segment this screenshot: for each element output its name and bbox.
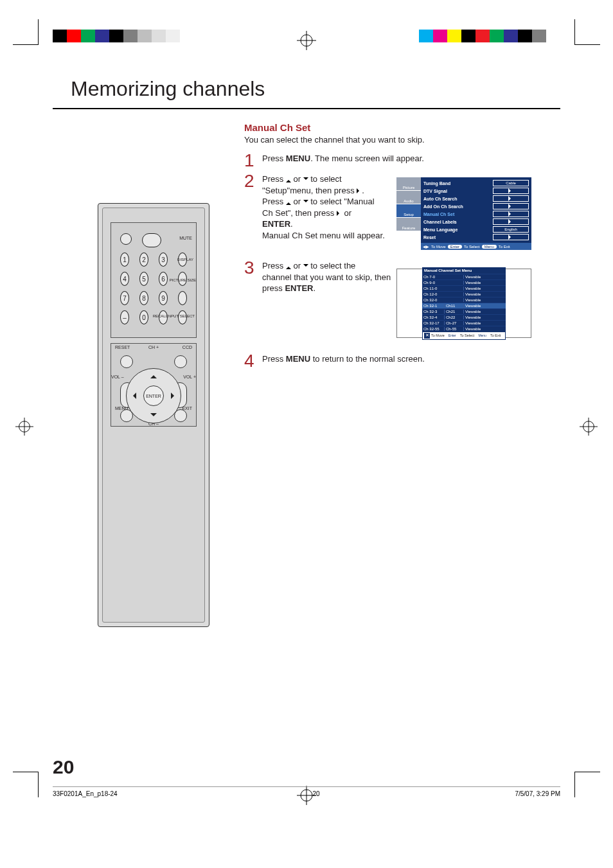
key-3[interactable]: 3 bbox=[159, 252, 168, 267]
osd-row-label: Channel Labels bbox=[423, 220, 493, 224]
color-swatch bbox=[152, 30, 166, 42]
step-text: channel that you want to skip, then pres… bbox=[262, 272, 391, 294]
osd-manual-footer: ✕ To Move Enter To Select Menu To Exit bbox=[422, 332, 506, 340]
osd-setup-row[interactable]: Reset bbox=[423, 233, 529, 241]
osd-manual-row[interactable]: Ch 11-0Viewable bbox=[422, 285, 506, 291]
color-swatch bbox=[532, 30, 546, 42]
step-number: 2 bbox=[244, 171, 254, 191]
crop-mark bbox=[574, 772, 600, 797]
key-6[interactable]: 6 bbox=[159, 272, 168, 286]
step-text: or bbox=[291, 261, 303, 270]
sleep-button[interactable] bbox=[142, 233, 161, 247]
key-8[interactable]: 8 bbox=[139, 291, 148, 305]
osd-row-value bbox=[493, 211, 529, 217]
osd-manual-menu: Manual Channel Set Menu Ch 7-0ViewableCh… bbox=[422, 267, 506, 340]
label-vol-minus: VOL – bbox=[111, 375, 124, 379]
key-1[interactable]: 1 bbox=[120, 252, 129, 267]
osd-manual-row[interactable]: Ch 32-0Viewable bbox=[422, 297, 506, 303]
osd-tab-picture[interactable]: Picture bbox=[396, 177, 421, 190]
key-7[interactable]: 7 bbox=[120, 291, 129, 305]
key-enter: ENTER bbox=[262, 219, 290, 229]
ccd-button[interactable] bbox=[174, 355, 187, 368]
key-enter: ENTER bbox=[285, 283, 313, 293]
picture-size-button[interactable] bbox=[178, 291, 187, 305]
step-text: Manual Ch Set menu will appear. bbox=[262, 231, 385, 240]
osd-manual-row[interactable]: Ch 7-0Viewable bbox=[422, 274, 506, 279]
osd-manual-row[interactable]: Ch 32-3Ch21Viewable bbox=[422, 308, 506, 314]
enter-button[interactable]: ENTER bbox=[143, 385, 164, 406]
osd-setup-row[interactable]: Tuning BandCable bbox=[423, 179, 529, 187]
step-text: to select bbox=[308, 174, 342, 184]
footer-rule bbox=[53, 786, 560, 787]
osd-row-value: English bbox=[493, 226, 529, 233]
hint-enter-pill: Enter bbox=[448, 245, 462, 249]
osd-setup-row[interactable]: DTV Signal bbox=[423, 187, 529, 195]
key-2[interactable]: 2 bbox=[139, 252, 148, 267]
key-dash[interactable]: – bbox=[120, 310, 129, 324]
color-swatch bbox=[546, 30, 560, 42]
color-swatch bbox=[123, 30, 138, 42]
osd-tab-audio[interactable]: Audio bbox=[396, 191, 421, 204]
power-button[interactable] bbox=[120, 233, 132, 245]
label-vol-plus: VOL + bbox=[183, 375, 196, 379]
footer-date: 7/5/07, 3:29 PM bbox=[515, 790, 560, 797]
crop-mark bbox=[13, 772, 39, 797]
key-4[interactable]: 4 bbox=[120, 272, 129, 286]
step-4: 4 Press MENU to return to the normal scr… bbox=[244, 353, 425, 365]
step-text: Press bbox=[262, 154, 286, 163]
step-text: or bbox=[291, 174, 303, 184]
osd-tab-feature[interactable]: Feature bbox=[396, 218, 421, 231]
step-number: 1 bbox=[244, 150, 254, 171]
label-input-select: INPUT SELECT bbox=[167, 314, 195, 318]
reset-button[interactable] bbox=[120, 355, 133, 368]
osd-setup-row[interactable]: Channel Labels bbox=[423, 218, 529, 226]
osd-manual-row[interactable]: Ch 32-1Ch11Viewable bbox=[422, 303, 506, 308]
dpad-up-icon bbox=[150, 372, 157, 378]
color-swatch bbox=[109, 30, 123, 42]
step-1: 1 Press MENU. The menu screen will appea… bbox=[244, 153, 424, 164]
osd-manual-row[interactable]: Ch 32-17Ch-27Viewable bbox=[422, 320, 506, 326]
step-text: to select the bbox=[308, 261, 356, 270]
osd-manual-title: Manual Channel Set Menu bbox=[422, 267, 506, 274]
exit-button[interactable] bbox=[174, 409, 187, 422]
close-x-icon: ✕ bbox=[424, 333, 430, 339]
osd-manual-row[interactable]: Ch 32-4Ch22Viewable bbox=[422, 314, 506, 320]
color-swatch bbox=[53, 30, 67, 42]
osd-manual-row[interactable]: Ch 12-0Viewable bbox=[422, 291, 506, 297]
osd-setup-row[interactable]: Manual Ch Set bbox=[423, 210, 529, 218]
osd-setup-row[interactable]: Auto Ch Search bbox=[423, 195, 529, 202]
step-text: or bbox=[342, 208, 351, 218]
step-text: . bbox=[290, 219, 293, 229]
registration-mark bbox=[15, 418, 33, 436]
section-heading: Manual Ch Set bbox=[244, 122, 310, 133]
print-footer: 33F0201A_En_p18-24 20 7/5/07, 3:29 PM bbox=[53, 790, 560, 797]
osd-row-value: Cable bbox=[493, 180, 529, 186]
section-intro: You can select the channel that you want… bbox=[244, 135, 425, 145]
menu-button[interactable] bbox=[120, 409, 133, 422]
crop-mark bbox=[13, 19, 39, 45]
osd-row-label: Tuning Band bbox=[423, 181, 493, 186]
step-number: 3 bbox=[244, 258, 254, 278]
color-swatch-bar bbox=[419, 30, 560, 42]
osd-tab-setup[interactable]: Setup bbox=[396, 204, 421, 217]
dpad-right-icon bbox=[171, 393, 177, 399]
right-arrow-icon bbox=[357, 188, 362, 193]
osd-setup-row[interactable]: Menu LanguageEnglish bbox=[423, 226, 529, 233]
osd-manual-row[interactable]: Ch 32-55Ch-55Viewable bbox=[422, 326, 506, 332]
label-reset: RESET bbox=[115, 345, 130, 350]
page-number: 20 bbox=[53, 756, 74, 778]
color-swatch bbox=[95, 30, 109, 42]
label-display: DISPLAY bbox=[177, 258, 193, 261]
up-arrow-icon bbox=[286, 200, 291, 205]
key-0[interactable]: 0 bbox=[139, 310, 148, 324]
key-5[interactable]: 5 bbox=[139, 272, 148, 286]
key-9[interactable]: 9 bbox=[159, 291, 168, 305]
label-ccd: CCD bbox=[182, 345, 192, 350]
color-swatch bbox=[180, 30, 194, 42]
osd-setup-row[interactable]: Add On Ch Search bbox=[423, 202, 529, 210]
step-text: . The menu screen will appear. bbox=[310, 154, 424, 163]
label-mute: MUTE bbox=[179, 236, 192, 240]
osd-row-label: Manual Ch Set bbox=[423, 212, 493, 217]
osd-manual-row[interactable]: Ch 9-0Viewable bbox=[422, 279, 506, 285]
step-text: Press bbox=[262, 174, 286, 184]
